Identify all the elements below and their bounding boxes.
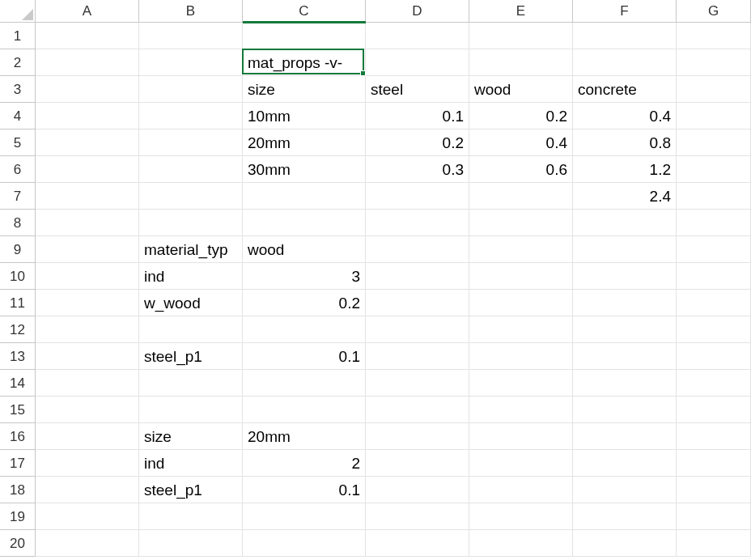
cell-C19[interactable]	[243, 503, 366, 530]
cell-G4[interactable]	[677, 103, 751, 129]
cell-F16[interactable]	[573, 423, 677, 450]
cell-E15[interactable]	[469, 397, 573, 423]
cell-C20[interactable]	[243, 530, 366, 557]
cell-D20[interactable]	[366, 530, 469, 557]
cell-A3[interactable]	[36, 76, 139, 103]
cell-B5[interactable]	[139, 129, 243, 156]
row-header-3[interactable]: 3	[0, 76, 36, 103]
cell-G3[interactable]	[677, 76, 751, 103]
row-header-12[interactable]: 12	[0, 316, 36, 343]
spreadsheet[interactable]: ABCDEFG 1234567891011121314151617181920 …	[0, 0, 751, 560]
cell-E16[interactable]	[469, 423, 573, 450]
row-header-2[interactable]: 2	[0, 49, 36, 76]
cell-G2[interactable]	[677, 49, 751, 76]
row-header-19[interactable]: 19	[0, 503, 36, 530]
cell-E19[interactable]	[469, 503, 573, 530]
row-header-11[interactable]: 11	[0, 290, 36, 316]
cell-D13[interactable]	[366, 343, 469, 370]
cell-A1[interactable]	[36, 23, 139, 49]
cell-B17[interactable]: ind	[139, 450, 243, 477]
cell-G11[interactable]	[677, 290, 751, 316]
cell-G8[interactable]	[677, 210, 751, 236]
cell-G12[interactable]	[677, 316, 751, 343]
cell-E8[interactable]	[469, 210, 573, 236]
cell-G6[interactable]	[677, 156, 751, 183]
cell-B2[interactable]	[139, 49, 243, 76]
column-header-A[interactable]: A	[36, 0, 139, 23]
cell-C3[interactable]: size	[243, 76, 366, 103]
cell-B10[interactable]: ind	[139, 263, 243, 290]
cell-C15[interactable]	[243, 397, 366, 423]
cell-D3[interactable]: steel	[366, 76, 469, 103]
cell-D2[interactable]	[366, 49, 469, 76]
cell-C17[interactable]: 2	[243, 450, 366, 477]
cell-D19[interactable]	[366, 503, 469, 530]
cell-B20[interactable]	[139, 530, 243, 557]
cell-C12[interactable]	[243, 316, 366, 343]
cell-D1[interactable]	[366, 23, 469, 49]
row-header-6[interactable]: 6	[0, 156, 36, 183]
cell-A19[interactable]	[36, 503, 139, 530]
cell-C11[interactable]: 0.2	[243, 290, 366, 316]
cell-C9[interactable]: wood	[243, 236, 366, 263]
cell-G20[interactable]	[677, 530, 751, 557]
cell-F3[interactable]: concrete	[573, 76, 677, 103]
cell-A4[interactable]	[36, 103, 139, 129]
row-header-15[interactable]: 15	[0, 397, 36, 423]
cell-G14[interactable]	[677, 370, 751, 397]
column-header-G[interactable]: G	[677, 0, 751, 23]
cell-A15[interactable]	[36, 397, 139, 423]
cell-E18[interactable]	[469, 477, 573, 503]
cell-E5[interactable]: 0.4	[469, 129, 573, 156]
row-header-7[interactable]: 7	[0, 183, 36, 210]
cell-D7[interactable]	[366, 183, 469, 210]
cell-F10[interactable]	[573, 263, 677, 290]
cell-E14[interactable]	[469, 370, 573, 397]
row-header-8[interactable]: 8	[0, 210, 36, 236]
cell-A18[interactable]	[36, 477, 139, 503]
column-header-E[interactable]: E	[469, 0, 573, 23]
cell-E11[interactable]	[469, 290, 573, 316]
cell-E10[interactable]	[469, 263, 573, 290]
cell-G16[interactable]	[677, 423, 751, 450]
column-header-B[interactable]: B	[139, 0, 243, 23]
cell-E20[interactable]	[469, 530, 573, 557]
cell-G9[interactable]	[677, 236, 751, 263]
row-header-5[interactable]: 5	[0, 129, 36, 156]
row-header-10[interactable]: 10	[0, 263, 36, 290]
cell-E9[interactable]	[469, 236, 573, 263]
cell-G17[interactable]	[677, 450, 751, 477]
cell-G13[interactable]	[677, 343, 751, 370]
cell-F20[interactable]	[573, 530, 677, 557]
cell-A17[interactable]	[36, 450, 139, 477]
cell-C1[interactable]	[243, 23, 366, 49]
cell-D10[interactable]	[366, 263, 469, 290]
cell-F6[interactable]: 1.2	[573, 156, 677, 183]
cell-B16[interactable]: size	[139, 423, 243, 450]
cell-C8[interactable]	[243, 210, 366, 236]
column-header-C[interactable]: C	[243, 0, 366, 23]
row-header-1[interactable]: 1	[0, 23, 36, 49]
column-header-F[interactable]: F	[573, 0, 677, 23]
cell-B4[interactable]	[139, 103, 243, 129]
cell-B18[interactable]: steel_p1	[139, 477, 243, 503]
cell-B12[interactable]	[139, 316, 243, 343]
cell-D16[interactable]	[366, 423, 469, 450]
cell-B14[interactable]	[139, 370, 243, 397]
row-header-14[interactable]: 14	[0, 370, 36, 397]
cell-F5[interactable]: 0.8	[573, 129, 677, 156]
row-headers[interactable]: 1234567891011121314151617181920	[0, 23, 36, 557]
cell-G1[interactable]	[677, 23, 751, 49]
row-header-16[interactable]: 16	[0, 423, 36, 450]
cell-G7[interactable]	[677, 183, 751, 210]
cell-E12[interactable]	[469, 316, 573, 343]
cell-B1[interactable]	[139, 23, 243, 49]
cell-D18[interactable]	[366, 477, 469, 503]
cell-grid[interactable]: mat_props -v-sizesteelwoodconcrete10mm0.…	[36, 23, 751, 557]
cell-F7[interactable]: 2.4	[573, 183, 677, 210]
cell-C2[interactable]: mat_props -v-	[243, 49, 366, 76]
cell-C13[interactable]: 0.1	[243, 343, 366, 370]
cell-F1[interactable]	[573, 23, 677, 49]
cell-A10[interactable]	[36, 263, 139, 290]
cell-F9[interactable]	[573, 236, 677, 263]
